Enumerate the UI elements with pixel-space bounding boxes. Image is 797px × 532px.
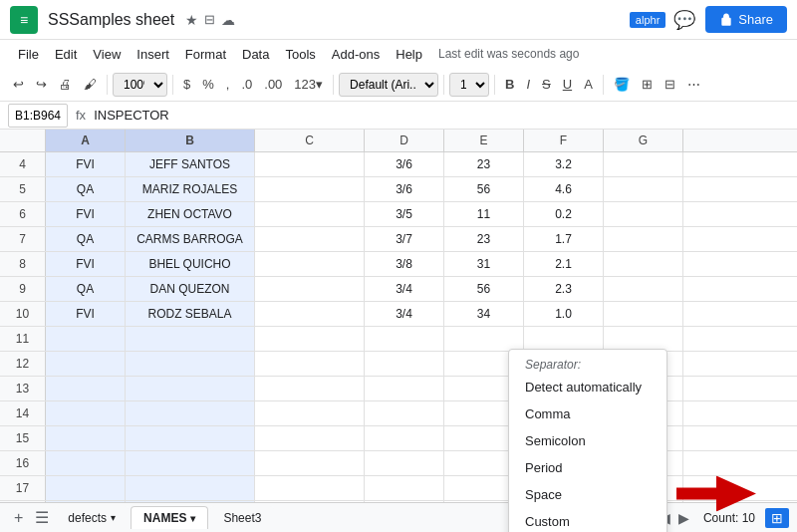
- cell-11b[interactable]: [126, 327, 255, 351]
- cell-11f[interactable]: [524, 327, 604, 351]
- cell-5f[interactable]: 4.6: [524, 177, 604, 201]
- col-header-b[interactable]: B: [126, 130, 255, 151]
- cell-8a[interactable]: FVI: [46, 252, 126, 276]
- cell-4b[interactable]: JEFF SANTOS: [126, 152, 255, 176]
- italic-button[interactable]: I: [521, 73, 535, 96]
- cell-4f[interactable]: 3.2: [524, 152, 604, 176]
- cell-7a[interactable]: QA: [46, 227, 126, 251]
- cell-11c[interactable]: [255, 327, 365, 351]
- undo-button[interactable]: ↩: [8, 73, 29, 96]
- menu-data[interactable]: Data: [234, 45, 277, 64]
- menu-file[interactable]: File: [10, 45, 47, 64]
- cell-10g[interactable]: [604, 302, 683, 326]
- bold-button[interactable]: B: [500, 73, 519, 96]
- fill-color-button[interactable]: 🪣: [609, 73, 635, 96]
- cell-12b[interactable]: [126, 352, 255, 376]
- cell-11a[interactable]: [46, 327, 126, 351]
- cell-9b[interactable]: DAN QUEZON: [126, 277, 255, 301]
- decimal-decrease-button[interactable]: .0: [236, 73, 257, 96]
- menu-edit[interactable]: Edit: [47, 45, 85, 64]
- cell-6a[interactable]: FVI: [46, 202, 126, 226]
- cell-6d[interactable]: 3/5: [365, 202, 444, 226]
- cell-8g[interactable]: [604, 252, 683, 276]
- cell-9e[interactable]: 56: [444, 277, 524, 301]
- print-button[interactable]: 🖨: [54, 73, 77, 96]
- cell-6f[interactable]: 0.2: [524, 202, 604, 226]
- cell-10a[interactable]: FVI: [46, 302, 126, 326]
- redo-button[interactable]: ↪: [31, 73, 52, 96]
- cell-7g[interactable]: [604, 227, 683, 251]
- cell-5g[interactable]: [604, 177, 683, 201]
- cell-10d[interactable]: 3/4: [365, 302, 444, 326]
- cell-6c[interactable]: [255, 202, 365, 226]
- menu-help[interactable]: Help: [388, 45, 430, 64]
- col-header-g[interactable]: G: [604, 130, 683, 151]
- dropdown-item-semicolon[interactable]: Semicolon: [509, 427, 666, 454]
- col-header-d[interactable]: D: [365, 130, 444, 151]
- menu-tools[interactable]: Tools: [277, 45, 323, 64]
- dropdown-item-detect[interactable]: Detect automatically: [509, 374, 666, 400]
- cell-10f[interactable]: 1.0: [524, 302, 604, 326]
- dropdown-item-space[interactable]: Space: [509, 481, 666, 508]
- underline-button[interactable]: U: [558, 73, 577, 96]
- cell-6b[interactable]: ZHEN OCTAVO: [126, 202, 255, 226]
- cell-5d[interactable]: 3/6: [365, 177, 444, 201]
- share-button[interactable]: Share: [705, 6, 787, 33]
- menu-view[interactable]: View: [85, 45, 129, 64]
- font-size-select[interactable]: 10: [449, 73, 489, 97]
- font-select[interactable]: Default (Ari...: [339, 73, 438, 97]
- dropdown-item-comma[interactable]: Comma: [509, 400, 666, 427]
- cell-9f[interactable]: 2.3: [524, 277, 604, 301]
- cell-5c[interactable]: [255, 177, 365, 201]
- cell-7b[interactable]: CARMS BARROGA: [126, 227, 255, 251]
- cell-11d[interactable]: [365, 327, 444, 351]
- cell-11e[interactable]: [444, 327, 524, 351]
- cell-8f[interactable]: 2.1: [524, 252, 604, 276]
- menu-addons[interactable]: Add-ons: [324, 45, 388, 64]
- cell-7d[interactable]: 3/7: [365, 227, 444, 251]
- sheet-tab-defects[interactable]: defects ▾: [55, 506, 129, 530]
- cell-10c[interactable]: [255, 302, 365, 326]
- add-sheet-button[interactable]: +: [8, 507, 29, 529]
- formula-input[interactable]: [94, 108, 789, 123]
- menu-insert[interactable]: Insert: [129, 45, 177, 64]
- dropdown-item-custom[interactable]: Custom: [509, 508, 666, 532]
- explore-button[interactable]: ⊞: [765, 508, 789, 528]
- col-header-a[interactable]: A: [46, 130, 126, 151]
- cell-5a[interactable]: QA: [46, 177, 126, 201]
- borders-button[interactable]: ⊞: [637, 73, 658, 96]
- cell-10e[interactable]: 34: [444, 302, 524, 326]
- strikethrough-button[interactable]: S: [537, 73, 556, 96]
- cell-4c[interactable]: [255, 152, 365, 176]
- zoom-select[interactable]: 100%: [113, 73, 167, 97]
- drive-icon[interactable]: ⊟: [204, 12, 215, 27]
- decimal-increase-button[interactable]: .00: [259, 73, 287, 96]
- cell-5e[interactable]: 56: [444, 177, 524, 201]
- text-color-button[interactable]: A: [579, 73, 598, 96]
- menu-format[interactable]: Format: [177, 45, 234, 64]
- cell-8d[interactable]: 3/8: [365, 252, 444, 276]
- more-button[interactable]: ⋯: [682, 73, 705, 96]
- cell-12a[interactable]: [46, 352, 126, 376]
- format123-button[interactable]: 123▾: [289, 73, 328, 96]
- cell-reference[interactable]: [8, 104, 68, 128]
- col-header-e[interactable]: E: [444, 130, 524, 151]
- percent-button[interactable]: %: [197, 73, 219, 96]
- cell-9a[interactable]: QA: [46, 277, 126, 301]
- cell-8e[interactable]: 31: [444, 252, 524, 276]
- currency-button[interactable]: $: [178, 73, 195, 96]
- cell-6e[interactable]: 11: [444, 202, 524, 226]
- list-sheets-button[interactable]: ☰: [29, 506, 55, 529]
- cell-9d[interactable]: 3/4: [365, 277, 444, 301]
- chat-icon[interactable]: 💬: [673, 9, 695, 31]
- cell-7f[interactable]: 1.7: [524, 227, 604, 251]
- cell-4e[interactable]: 23: [444, 152, 524, 176]
- sheet-tab-sheet3[interactable]: Sheet3: [210, 506, 274, 530]
- sheet-tab-names[interactable]: NAMES ▾: [131, 506, 208, 529]
- col-header-c[interactable]: C: [255, 130, 365, 151]
- cell-5b[interactable]: MARIZ ROJALES: [126, 177, 255, 201]
- cell-9g[interactable]: [604, 277, 683, 301]
- cell-9c[interactable]: [255, 277, 365, 301]
- cell-4a[interactable]: FVI: [46, 152, 126, 176]
- cell-7c[interactable]: [255, 227, 365, 251]
